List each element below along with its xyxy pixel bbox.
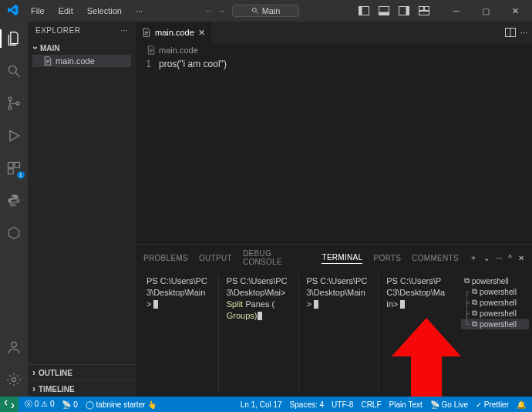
menu-edit[interactable]: Edit [52, 5, 79, 17]
breadcrumb[interactable]: main.code [136, 43, 532, 57]
split-editor-icon[interactable] [505, 28, 516, 37]
svg-rect-7 [406, 7, 409, 15]
activity-accounts[interactable] [0, 335, 28, 360]
status-golive[interactable]: 📡 Go Live [430, 400, 468, 409]
svg-point-14 [8, 106, 12, 110]
svg-rect-17 [15, 163, 20, 168]
menu-file[interactable]: File [25, 5, 51, 17]
status-bell-icon[interactable]: 🔔 [517, 400, 526, 409]
split-terminal-dropdown-icon[interactable]: ⌄ [483, 254, 490, 262]
maximize-button[interactable]: ▢ [472, 2, 500, 20]
status-prettier[interactable]: ✓ Prettier [476, 400, 509, 409]
terminal-pane-2[interactable]: PS C:\Users\PC 3\Desktop\Mai> Split Pane… [222, 275, 299, 392]
activity-python-icon[interactable] [0, 188, 28, 213]
outline-label: OUTLINE [39, 369, 72, 377]
cursor-icon [400, 300, 405, 309]
file-icon [142, 28, 151, 37]
search-icon [251, 7, 259, 15]
code-editor[interactable]: 1 pros("i am cool") [136, 57, 532, 244]
terminal-list-item[interactable]: ┌⧉powershell [461, 286, 529, 297]
status-cursor-position[interactable]: Ln 1, Col 17 [241, 400, 282, 409]
activity-bar: 1 [0, 22, 28, 397]
toggle-panel-icon[interactable] [375, 2, 393, 19]
outline-section[interactable]: OUTLINE [28, 364, 136, 380]
menu-bar: File Edit Selection ··· [25, 5, 149, 17]
search-label: Main [262, 6, 281, 15]
panel-more-icon[interactable]: ··· [496, 254, 502, 262]
activity-search[interactable] [0, 59, 28, 83]
new-terminal-icon[interactable]: ＋ [470, 252, 477, 263]
status-eol[interactable]: CRLF [361, 400, 381, 409]
tab-label: main.code [155, 28, 194, 37]
title-bar: File Edit Selection ··· ← → Main ─ ▢ ✕ [0, 0, 532, 22]
svg-point-13 [8, 97, 12, 100]
terminal-list-item[interactable]: └⧉powershell [461, 319, 529, 329]
svg-line-1 [256, 12, 258, 14]
svg-point-15 [16, 102, 19, 105]
activity-settings[interactable] [0, 367, 28, 392]
cursor-icon [258, 312, 262, 320]
menu-more[interactable]: ··· [130, 5, 149, 17]
panel-tab-debug[interactable]: DEBUG CONSOLE [243, 248, 311, 268]
menu-selection[interactable]: Selection [81, 5, 128, 17]
panel-tab-output[interactable]: OUTPUT [199, 252, 232, 264]
close-tab-icon[interactable]: ✕ [198, 28, 205, 38]
ps-icon: ⧉ [472, 298, 477, 307]
code-line: pros("i am cool") [159, 59, 227, 244]
svg-rect-3 [359, 7, 362, 15]
toggle-primary-sidebar-icon[interactable] [355, 2, 373, 19]
panel-tab-problems[interactable]: PROBLEMS [143, 252, 188, 264]
terminal-list: ⧉powershell ┌⧉powershell ├⧉powershell ├⧉… [461, 275, 529, 392]
folder-name: MAIN [40, 44, 60, 52]
explorer-more-icon[interactable]: ··· [120, 26, 128, 35]
terminal-container: PS C:\Users\PC 3\Desktop\Main > PS C:\Us… [136, 271, 532, 397]
ps-icon: ⧉ [472, 309, 477, 318]
activity-run-debug[interactable] [0, 123, 28, 148]
file-label: main.code [56, 56, 95, 66]
activity-explorer[interactable] [0, 26, 28, 51]
status-ports[interactable]: 📡 0 [62, 400, 77, 409]
command-center-search[interactable]: Main [232, 5, 300, 17]
panel-tab-comments[interactable]: COMMENTS [412, 252, 459, 264]
maximize-panel-icon[interactable]: ^ [508, 254, 512, 262]
terminal-list-item[interactable]: ├⧉powershell [461, 308, 529, 319]
editor-tabs: main.code ✕ ··· [136, 22, 532, 43]
terminal-list-item[interactable]: ├⧉powershell [461, 297, 529, 308]
close-window-button[interactable]: ✕ [501, 2, 529, 20]
status-encoding[interactable]: UTF-8 [332, 400, 353, 409]
terminal-list-item[interactable]: ⧉powershell [461, 275, 529, 286]
ps-icon: ⧉ [472, 287, 477, 296]
file-icon [43, 56, 52, 66]
terminal-pane-4[interactable]: PS C:\Users\P C3\Desktop\Ma in> [382, 275, 458, 392]
panel-tab-terminal[interactable]: TERMINAL [322, 252, 362, 264]
svg-rect-8 [419, 7, 424, 11]
toggle-secondary-sidebar-icon[interactable] [395, 2, 413, 19]
editor-more-icon[interactable]: ··· [520, 28, 527, 37]
vscode-logo-icon [8, 5, 20, 17]
status-errors[interactable]: ⓧ 0 ⚠ 0 [25, 399, 54, 410]
customize-layout-icon[interactable] [415, 2, 433, 19]
file-item-main[interactable]: main.code [32, 55, 131, 67]
chevron-right-icon [32, 383, 35, 394]
nav-forward-icon[interactable]: → [217, 6, 226, 15]
folder-section-header[interactable]: MAIN [32, 41, 131, 55]
minimize-button[interactable]: ─ [443, 2, 470, 20]
activity-source-control[interactable] [0, 91, 28, 116]
explorer-sidebar: EXPLORER ··· MAIN main.code OUTLINE TIME… [28, 22, 136, 397]
panel-tab-ports[interactable]: PORTS [373, 252, 401, 264]
remote-indicator[interactable] [0, 397, 19, 412]
breadcrumb-label: main.code [159, 46, 198, 55]
terminal-pane-1[interactable]: PS C:\Users\PC 3\Desktop\Main > [142, 275, 219, 392]
timeline-section[interactable]: TIMELINE [28, 380, 136, 397]
tab-main-code[interactable]: main.code ✕ [136, 22, 212, 43]
ps-icon: ⧉ [472, 319, 477, 329]
activity-extensions[interactable]: 1 [0, 156, 28, 181]
status-language[interactable]: Plain Text [389, 400, 423, 409]
close-panel-icon[interactable]: ✕ [518, 254, 524, 262]
activity-hex-icon[interactable] [0, 221, 28, 245]
chevron-down-icon [34, 42, 37, 53]
terminal-pane-3[interactable]: PS C:\Users\PC 3\Desktop\Main > [302, 275, 379, 392]
nav-back-icon[interactable]: ← [204, 6, 213, 15]
status-indentation[interactable]: Spaces: 4 [290, 400, 324, 409]
status-tabnine[interactable]: ◯ tabnine starter 👆 [86, 400, 157, 409]
